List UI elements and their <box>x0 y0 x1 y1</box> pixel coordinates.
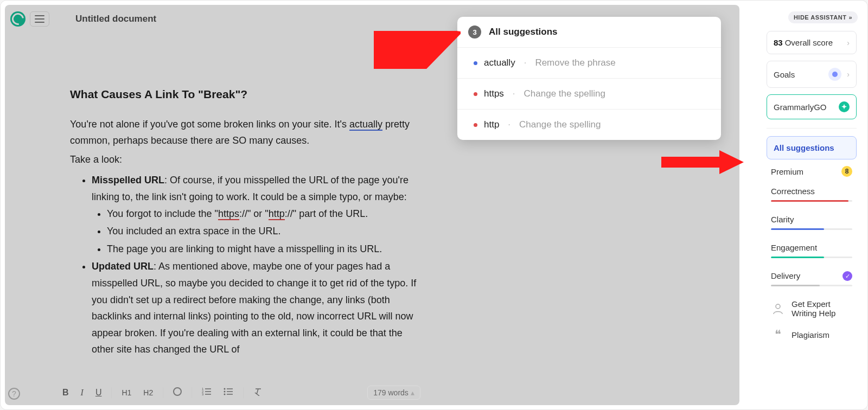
dot-icon <box>474 123 477 127</box>
suggestion-word: http <box>484 119 499 130</box>
annotation-arrow <box>657 146 744 178</box>
italic-button[interactable]: I <box>79 387 86 399</box>
grammarly-logo-icon[interactable] <box>10 11 25 27</box>
category-correctness[interactable]: Correctness <box>771 187 852 202</box>
list-item: The page you are linking to might have a… <box>107 241 417 258</box>
numbered-list-icon: 123 <box>202 387 212 396</box>
link-button[interactable] <box>171 386 184 399</box>
h2-button[interactable]: H2 <box>141 387 155 398</box>
doc-heading: What Causes A Link To "Break"? <box>70 85 417 104</box>
suggestion-count-badge: 3 <box>468 25 481 39</box>
svg-point-10 <box>224 391 226 393</box>
word-count[interactable]: 179 words ▴ <box>367 386 420 400</box>
help-icon[interactable]: ? <box>8 388 20 400</box>
underline-button[interactable]: U <box>93 387 104 399</box>
doc-paragraph: You're not alone if you've got some brok… <box>70 116 417 149</box>
person-icon <box>771 302 785 315</box>
suggestion-item[interactable]: https · Change the spelling <box>457 79 721 110</box>
quote-icon: ❝ <box>771 328 785 342</box>
underline-actually[interactable]: actually <box>349 119 382 131</box>
overall-score-card[interactable]: 83Overall score › <box>767 31 857 54</box>
annotation-arrow <box>374 31 461 69</box>
premium-count-badge: 8 <box>841 166 852 177</box>
svg-marker-16 <box>719 150 744 174</box>
link-icon <box>171 386 184 398</box>
list-item: You included an extra space in the URL. <box>107 223 417 240</box>
svg-point-9 <box>224 388 226 390</box>
chevron-right-icon: » <box>848 14 852 21</box>
underline-https[interactable]: https <box>218 208 239 220</box>
category-engagement[interactable]: Engagement <box>771 243 852 258</box>
svg-point-12 <box>776 304 780 309</box>
clear-format-icon <box>253 387 263 396</box>
expert-help-row[interactable]: Get ExpertWriting Help <box>771 299 852 318</box>
chevron-right-icon: › <box>847 70 850 79</box>
chevron-right-icon: › <box>847 39 850 47</box>
bold-button[interactable]: B <box>60 387 71 399</box>
suggestion-hint: Change the spelling <box>519 119 601 130</box>
all-suggestions-tab[interactable]: All suggestions <box>767 136 857 159</box>
format-toolbar: B I U H1 H2 123 179 words ▴ <box>60 386 420 400</box>
category-clarity[interactable]: Clarity <box>771 215 852 230</box>
suggestion-hint: Change the spelling <box>524 88 605 99</box>
svg-point-11 <box>224 394 226 395</box>
goals-card[interactable]: Goals › <box>767 61 857 88</box>
plagiarism-row[interactable]: ❝ Plagiarism <box>771 328 852 342</box>
bullet-list-icon <box>224 387 233 396</box>
bullet-list-button[interactable] <box>221 386 235 399</box>
goal-dot-icon <box>828 68 841 81</box>
clear-format-button[interactable] <box>251 386 265 399</box>
document-title[interactable]: Untitled document <box>75 14 156 24</box>
premium-row[interactable]: Premium 8 <box>771 166 852 177</box>
suggestion-word: https <box>484 88 504 99</box>
document-body[interactable]: What Causes A Link To "Break"? You're no… <box>70 85 417 359</box>
popup-header: 3 All suggestions <box>457 17 721 48</box>
suggestion-hint: Remove the phrase <box>535 57 615 68</box>
suggestions-popup: 3 All suggestions actually · Remove the … <box>457 17 721 140</box>
svg-text:3: 3 <box>202 393 204 396</box>
numbered-list-button[interactable]: 123 <box>200 386 214 399</box>
grammarlygo-card[interactable]: GrammarlyGO ✦ <box>767 94 857 119</box>
list-item: Misspelled URL: Of course, if you misspe… <box>92 172 417 257</box>
list-item: Updated URL: As mentioned above, maybe o… <box>92 258 417 358</box>
check-icon: ✓ <box>843 271 852 281</box>
popup-title: All suggestions <box>489 27 558 37</box>
category-delivery[interactable]: Delivery ✓ <box>771 271 852 286</box>
dot-icon <box>474 92 477 96</box>
grammarlygo-icon: ✦ <box>839 101 850 112</box>
menu-button[interactable] <box>30 11 49 27</box>
suggestion-item[interactable]: http · Change the spelling <box>457 110 721 140</box>
assistant-panel: HIDE ASSISTANT» 83Overall score › Goals … <box>761 6 862 404</box>
list-item: You forgot to include the "https://" or … <box>107 206 417 222</box>
suggestion-word: actually <box>484 57 515 68</box>
suggestion-item[interactable]: actually · Remove the phrase <box>457 48 721 79</box>
doc-paragraph: Take a look: <box>70 151 417 168</box>
underline-http[interactable]: http <box>269 208 285 220</box>
dot-icon <box>474 61 477 65</box>
hide-assistant-button[interactable]: HIDE ASSISTANT» <box>788 11 858 23</box>
h1-button[interactable]: H1 <box>119 387 133 398</box>
